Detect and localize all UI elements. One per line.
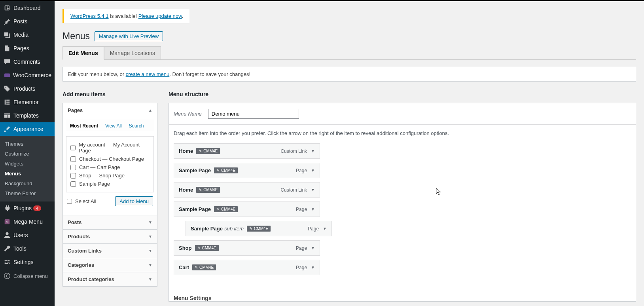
accordion-productcats-header[interactable]: Product categories▼ — [63, 272, 157, 286]
sub-item-themes[interactable]: Themes — [0, 139, 55, 149]
sub-item-background[interactable]: Background — [0, 179, 55, 188]
accordion-categories-header[interactable]: Categories▼ — [63, 258, 157, 272]
subtab-recent[interactable]: Most Recent — [70, 123, 98, 129]
update-now-link[interactable]: Please update now — [138, 13, 182, 19]
expand-icon[interactable]: ▼ — [311, 168, 315, 173]
appearance-submenu: Themes Customize Widgets Menus Backgroun… — [0, 136, 55, 201]
page-check-shop[interactable]: Shop — Shop Page — [70, 171, 150, 180]
sliders-icon — [3, 258, 11, 266]
sidebar-item-posts[interactable]: Posts — [0, 15, 55, 28]
sidebar-item-media[interactable]: Media — [0, 28, 55, 42]
cmm4e-chip[interactable]: ✎CMM4E — [214, 206, 238, 212]
sub-item-theme-editor[interactable]: Theme Editor — [0, 188, 55, 198]
menu-item-title: Home — [179, 187, 193, 193]
menu-item[interactable]: Home✎CMM4ECustom Link▼ — [174, 143, 320, 159]
tab-manage-locations[interactable]: Manage Locations — [104, 46, 161, 59]
cmm4e-chip[interactable]: ✎CMM4E — [247, 226, 271, 232]
menu-item[interactable]: Sample Page✎CMM4EPage▼ — [174, 163, 320, 178]
expand-icon[interactable]: ▼ — [323, 226, 327, 231]
sidebar-item-tools[interactable]: Tools — [0, 242, 55, 255]
expand-icon[interactable]: ▼ — [311, 188, 315, 192]
sidebar-item-label: Elementor — [13, 99, 39, 105]
menu-item-type: Custom Link — [280, 187, 307, 193]
cmm4e-chip[interactable]: ✎CMM4E — [195, 245, 219, 251]
tab-edit-menus[interactable]: Edit Menus — [63, 46, 104, 60]
sidebar-item-appearance[interactable]: Appearance — [0, 122, 55, 136]
sidebar-item-label: Plugins — [13, 205, 32, 211]
main-content: WordPress 5.4.1 is available! Please upd… — [55, 1, 644, 306]
menu-item-type: Page — [308, 226, 319, 232]
pencil-icon: ✎ — [199, 149, 202, 153]
expand-icon[interactable]: ▼ — [311, 246, 315, 250]
expand-icon[interactable]: ▼ — [311, 207, 315, 211]
collapse-icon — [3, 272, 11, 280]
sidebar-item-products[interactable]: Products — [0, 82, 55, 95]
page-check-checkout[interactable]: Checkout — Checkout Page — [70, 155, 150, 163]
pages-checklist: My account — My Account Page Checkout — … — [66, 136, 154, 192]
page-check-myaccount[interactable]: My account — My Account Page — [70, 141, 150, 155]
select-all-checkbox[interactable] — [67, 199, 72, 204]
pin-icon — [3, 17, 11, 25]
collapse-menu[interactable]: Collapse menu — [0, 269, 55, 283]
caret-down-icon: ▼ — [148, 263, 152, 267]
sidebar-item-label: Posts — [13, 18, 27, 25]
pencil-icon: ✎ — [197, 246, 201, 250]
menu-structure-heading: Menu structure — [169, 91, 636, 97]
pages-subtabs: Most Recent View All Search — [66, 120, 154, 132]
sidebar-item-pages[interactable]: Pages — [0, 42, 55, 55]
sidebar-item-users[interactable]: Users — [0, 228, 55, 242]
select-all-row[interactable]: Select All — [67, 198, 96, 204]
subtab-viewall[interactable]: View All — [105, 123, 122, 129]
sidebar-item-woocommerce[interactable]: WooCommerce — [0, 68, 55, 82]
menu-item[interactable]: Sample Page sub item✎CMM4EPage▼ — [186, 221, 332, 236]
menu-item[interactable]: Cart✎CMM4EPage▼ — [174, 260, 320, 275]
sidebar-item-dashboard[interactable]: Dashboard — [0, 1, 55, 15]
accordion-pages-header[interactable]: Pages ▲ — [63, 103, 157, 117]
page-check-sample[interactable]: Sample Page — [70, 180, 150, 188]
sidebar-item-plugins[interactable]: Plugins 4 — [0, 201, 55, 215]
checkbox[interactable] — [70, 145, 76, 150]
sub-item-widgets[interactable]: Widgets — [0, 159, 55, 169]
wp-version-link[interactable]: WordPress 5.4.1 — [70, 13, 109, 19]
cmm4e-chip[interactable]: ✎CMM4E — [196, 148, 220, 154]
sub-item-customize[interactable]: Customize — [0, 149, 55, 159]
dashboard-icon — [3, 4, 11, 12]
menu-item[interactable]: Home✎CMM4ECustom Link▼ — [174, 182, 320, 198]
sidebar-item-settings[interactable]: Settings — [0, 255, 55, 269]
sidebar-item-templates[interactable]: Templates — [0, 109, 55, 122]
sidebar-item-megamenu[interactable]: M Mega Menu — [0, 215, 55, 228]
menu-item-title: Sample Page — [191, 226, 223, 232]
menu-name-input[interactable] — [208, 109, 299, 119]
sidebar-item-label: Users — [13, 232, 28, 238]
menu-settings-heading: Menu Settings — [174, 295, 636, 301]
accordion-customlinks-header[interactable]: Custom Links▼ — [63, 243, 157, 258]
live-preview-button[interactable]: Manage with Live Preview — [95, 31, 163, 41]
menu-item[interactable]: Sample Page✎CMM4EPage▼ — [174, 201, 320, 217]
sidebar-item-elementor[interactable]: Elementor — [0, 95, 55, 109]
checkbox[interactable] — [70, 156, 76, 162]
create-menu-link[interactable]: create a new menu — [126, 71, 170, 77]
expand-icon[interactable]: ▼ — [311, 149, 315, 153]
brush-icon — [3, 125, 11, 133]
menu-item-type: Custom Link — [280, 148, 307, 154]
page-title: Menus — [63, 31, 90, 42]
checkbox[interactable] — [70, 181, 76, 187]
pencil-icon: ✎ — [216, 168, 220, 173]
subtab-search[interactable]: Search — [129, 123, 144, 129]
sub-item-menus[interactable]: Menus — [0, 169, 55, 179]
menu-item[interactable]: Shop✎CMM4EPage▼ — [174, 240, 320, 256]
sidebar-item-comments[interactable]: Comments — [0, 55, 55, 68]
pencil-icon: ✎ — [199, 188, 202, 192]
accordion-posts-header[interactable]: Posts▼ — [63, 215, 157, 229]
checkbox[interactable] — [70, 173, 76, 179]
cmm4e-chip[interactable]: ✎CMM4E — [192, 264, 216, 270]
sidebar-item-label: Dashboard — [13, 5, 41, 11]
page-check-cart[interactable]: Cart — Cart Page — [70, 163, 150, 171]
cmm4e-chip[interactable]: ✎CMM4E — [196, 187, 220, 193]
cmm4e-chip[interactable]: ✎CMM4E — [214, 167, 238, 173]
accordion-products-header[interactable]: Products▼ — [63, 229, 157, 243]
accordion-pages-label: Pages — [68, 107, 83, 113]
add-to-menu-button[interactable]: Add to Menu — [115, 196, 153, 206]
checkbox[interactable] — [70, 165, 76, 170]
expand-icon[interactable]: ▼ — [311, 265, 315, 270]
